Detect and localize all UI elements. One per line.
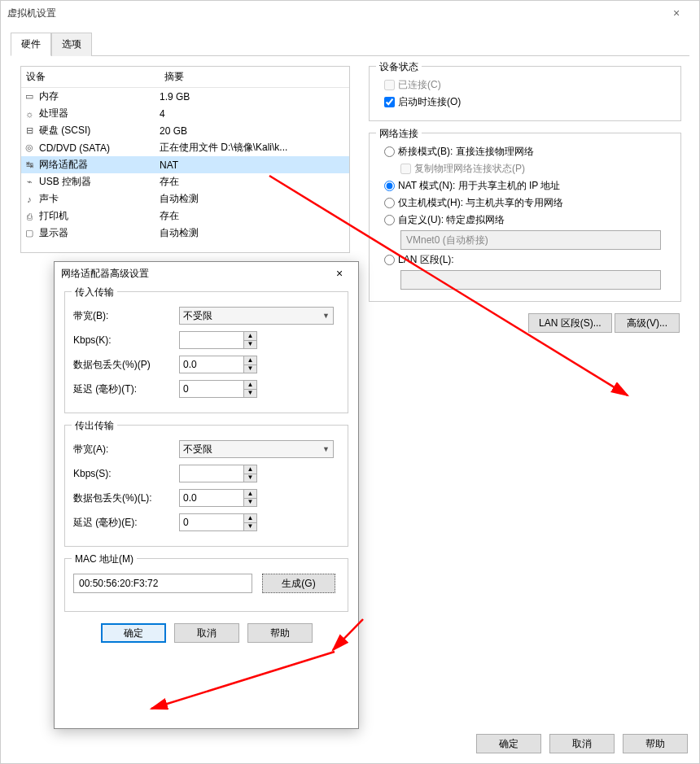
device-row-printer[interactable]: ⎙打印机存在 — [21, 207, 349, 225]
device-row-display[interactable]: ▢显示器自动检测 — [21, 225, 349, 242]
vm-settings-window: 虚拟机设置 × 硬件 选项 设备 摘要 ▭内存1.9 GB ☼处理器4 ⊟硬盘 … — [0, 0, 700, 764]
device-status-legend: 设备状态 — [376, 60, 422, 74]
up-icon[interactable]: ▲ — [244, 332, 256, 341]
radio-nat[interactable]: NAT 模式(N): 用于共享主机的 IP 地址 — [384, 179, 672, 193]
down-icon[interactable]: ▼ — [244, 341, 256, 349]
advanced-ok-button[interactable]: 确定 — [101, 623, 166, 643]
kbps-s-input[interactable] — [179, 465, 244, 482]
printer-icon: ⎙ — [21, 212, 37, 221]
device-row-cd[interactable]: ◎CD/DVD (SATA)正在使用文件 D:\镜像\Kali\k... — [21, 139, 349, 156]
advanced-button[interactable]: 高级(V)... — [615, 313, 680, 333]
latency-t-spinner[interactable]: ▲▼ — [244, 380, 257, 398]
device-row-usb[interactable]: ⌁USB 控制器存在 — [21, 173, 349, 190]
usb-icon: ⌁ — [21, 177, 37, 187]
down-icon[interactable]: ▼ — [244, 523, 256, 531]
bandwidth-b-label: 带宽(B): — [73, 309, 179, 323]
up-icon[interactable]: ▲ — [244, 490, 256, 499]
kbps-k-input[interactable] — [179, 331, 244, 349]
latency-e-input[interactable] — [179, 513, 244, 531]
device-row-sound[interactable]: ♪声卡自动检测 — [21, 190, 349, 207]
bandwidth-a-label: 带宽(A): — [73, 443, 179, 456]
chevron-down-icon: ▼ — [322, 312, 330, 320]
incoming-legend: 传入传输 — [72, 286, 117, 299]
mac-group: MAC 地址(M) 生成(G) — [64, 558, 348, 612]
device-row-memory[interactable]: ▭内存1.9 GB — [21, 88, 349, 105]
incoming-group: 传入传输 带宽(B):不受限▼ Kbps(K):▲▼ 数据包丢失(%)(P)▲▼… — [64, 291, 348, 413]
close-icon[interactable]: × — [660, 7, 693, 20]
network-connection-group: 网络连接 桥接模式(B): 直接连接物理网络 复制物理网络连接状态(P) NAT… — [369, 133, 681, 302]
up-icon[interactable]: ▲ — [244, 356, 256, 365]
latency-e-label: 延迟 (毫秒)(E): — [73, 516, 179, 530]
memory-icon: ▭ — [21, 91, 37, 102]
radio-lan-segment[interactable]: LAN 区段(L): — [384, 253, 672, 267]
replicate-checkbox: 复制物理网络连接状态(P) — [400, 162, 672, 176]
device-row-cpu[interactable]: ☼处理器4 — [21, 105, 349, 122]
radio-custom[interactable]: 自定义(U): 特定虚拟网络 — [384, 213, 672, 227]
bottom-buttons: 确定 取消 帮助 — [476, 734, 688, 753]
network-icon: ↹ — [21, 159, 37, 170]
chevron-down-icon: ▼ — [322, 445, 330, 453]
device-status-group: 设备状态 已连接(C) 启动时连接(O) — [369, 66, 681, 121]
up-icon[interactable]: ▲ — [244, 514, 256, 523]
vmnet-combo: VMnet0 (自动桥接) — [400, 230, 661, 250]
device-row-network[interactable]: ↹网络适配器NAT — [21, 156, 349, 173]
lan-segment-combo — [400, 270, 661, 290]
down-icon[interactable]: ▼ — [244, 474, 256, 482]
radio-bridged[interactable]: 桥接模式(B): 直接连接物理网络 — [384, 145, 672, 159]
disk-icon: ⊟ — [21, 125, 37, 136]
up-icon[interactable]: ▲ — [244, 465, 256, 474]
connect-on-power-checkbox[interactable]: 启动时连接(O) — [384, 95, 672, 109]
display-icon: ▢ — [21, 228, 37, 238]
kbps-k-label: Kbps(K): — [73, 334, 179, 346]
cancel-button[interactable]: 取消 — [549, 734, 615, 753]
header-summary: 摘要 — [160, 67, 349, 87]
advanced-dialog-title: 网络适配器高级设置 — [61, 267, 327, 281]
generate-button[interactable]: 生成(G) — [262, 574, 335, 593]
advanced-close-icon[interactable]: × — [327, 267, 352, 280]
loss-p-spinner[interactable]: ▲▼ — [244, 356, 257, 373]
right-buttons: LAN 区段(S)... 高级(V)... — [369, 313, 681, 333]
bandwidth-b-select[interactable]: 不受限▼ — [179, 307, 334, 325]
latency-t-input[interactable] — [179, 380, 244, 398]
down-icon[interactable]: ▼ — [244, 365, 256, 373]
tab-bar: 硬件 选项 — [11, 32, 689, 56]
advanced-settings-dialog: 网络适配器高级设置 × 传入传输 带宽(B):不受限▼ Kbps(K):▲▼ 数… — [54, 261, 359, 729]
down-icon[interactable]: ▼ — [244, 499, 256, 507]
window-title: 虚拟机设置 — [7, 7, 660, 20]
outgoing-group: 传出传输 带宽(A):不受限▼ Kbps(S):▲▼ 数据包丢失(%)(L):▲… — [64, 425, 348, 547]
loss-l-spinner[interactable]: ▲▼ — [244, 489, 257, 507]
device-list-header: 设备 摘要 — [21, 67, 349, 88]
cpu-icon: ☼ — [21, 109, 37, 119]
mac-legend: MAC 地址(M) — [72, 552, 137, 566]
outgoing-legend: 传出传输 — [72, 419, 117, 433]
up-icon[interactable]: ▲ — [244, 381, 256, 390]
advanced-help-button[interactable]: 帮助 — [247, 623, 313, 643]
kbps-k-spinner[interactable]: ▲▼ — [244, 331, 257, 349]
right-panel: 设备状态 已连接(C) 启动时连接(O) 网络连接 桥接模式(B): 直接连接物… — [369, 66, 681, 333]
help-button[interactable]: 帮助 — [623, 734, 688, 753]
mac-address-input[interactable] — [73, 574, 252, 593]
loss-l-input[interactable] — [179, 489, 244, 507]
disc-icon: ◎ — [21, 142, 37, 153]
tab-options[interactable]: 选项 — [51, 33, 92, 56]
lan-segments-button[interactable]: LAN 区段(S)... — [528, 313, 612, 333]
header-device: 设备 — [21, 67, 160, 87]
tab-hardware[interactable]: 硬件 — [11, 33, 51, 56]
bandwidth-a-select[interactable]: 不受限▼ — [179, 440, 334, 458]
network-connection-legend: 网络连接 — [376, 127, 422, 141]
loss-p-input[interactable] — [179, 356, 244, 373]
advanced-cancel-button[interactable]: 取消 — [174, 623, 239, 643]
titlebar: 虚拟机设置 × — [1, 1, 699, 25]
kbps-s-label: Kbps(S): — [73, 468, 179, 479]
kbps-s-spinner[interactable]: ▲▼ — [244, 465, 257, 482]
advanced-dialog-titlebar: 网络适配器高级设置 × — [55, 262, 358, 285]
radio-hostonly[interactable]: 仅主机模式(H): 与主机共享的专用网络 — [384, 196, 672, 210]
sound-icon: ♪ — [21, 194, 37, 204]
down-icon[interactable]: ▼ — [244, 390, 256, 398]
advanced-dialog-body: 传入传输 带宽(B):不受限▼ Kbps(K):▲▼ 数据包丢失(%)(P)▲▼… — [55, 285, 358, 649]
latency-e-spinner[interactable]: ▲▼ — [244, 513, 257, 531]
device-row-disk[interactable]: ⊟硬盘 (SCSI)20 GB — [21, 122, 349, 139]
connected-checkbox[interactable]: 已连接(C) — [384, 78, 672, 92]
ok-button[interactable]: 确定 — [476, 734, 541, 753]
loss-l-label: 数据包丢失(%)(L): — [73, 491, 179, 505]
